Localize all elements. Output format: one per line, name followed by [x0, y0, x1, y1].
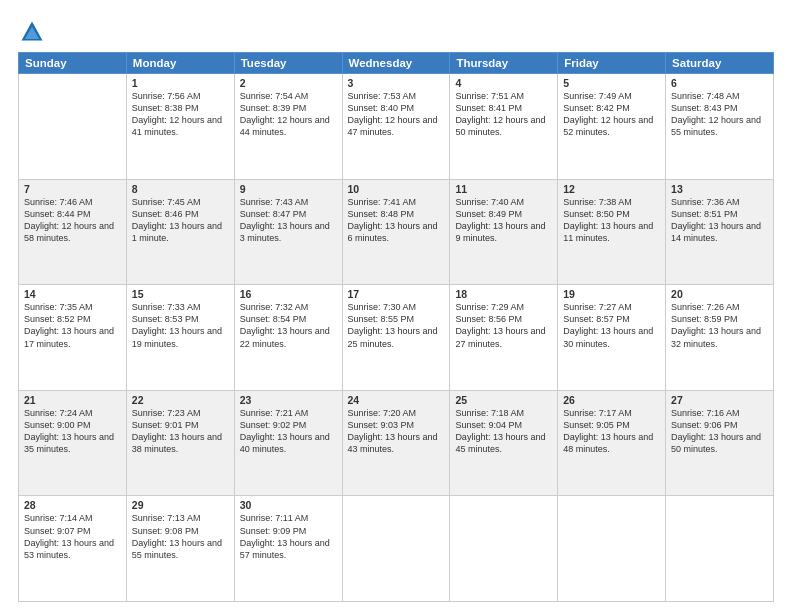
calendar-cell [19, 74, 127, 180]
calendar-cell [450, 496, 558, 602]
calendar-week-row: 28 Sunrise: 7:14 AMSunset: 9:07 PMDaylig… [19, 496, 774, 602]
day-number: 29 [132, 499, 229, 511]
logo-icon [18, 18, 46, 46]
day-number: 6 [671, 77, 768, 89]
day-number: 28 [24, 499, 121, 511]
page: SundayMondayTuesdayWednesdayThursdayFrid… [0, 0, 792, 612]
day-number: 24 [348, 394, 445, 406]
day-info: Sunrise: 7:26 AMSunset: 8:59 PMDaylight:… [671, 301, 768, 350]
weekday-header-friday: Friday [558, 53, 666, 74]
weekday-header-row: SundayMondayTuesdayWednesdayThursdayFrid… [19, 53, 774, 74]
calendar-cell: 13 Sunrise: 7:36 AMSunset: 8:51 PMDaylig… [666, 179, 774, 285]
day-info: Sunrise: 7:16 AMSunset: 9:06 PMDaylight:… [671, 407, 768, 456]
day-number: 14 [24, 288, 121, 300]
calendar-cell: 29 Sunrise: 7:13 AMSunset: 9:08 PMDaylig… [126, 496, 234, 602]
day-info: Sunrise: 7:53 AMSunset: 8:40 PMDaylight:… [348, 90, 445, 139]
calendar-cell: 8 Sunrise: 7:45 AMSunset: 8:46 PMDayligh… [126, 179, 234, 285]
calendar-cell: 25 Sunrise: 7:18 AMSunset: 9:04 PMDaylig… [450, 390, 558, 496]
day-info: Sunrise: 7:45 AMSunset: 8:46 PMDaylight:… [132, 196, 229, 245]
day-info: Sunrise: 7:33 AMSunset: 8:53 PMDaylight:… [132, 301, 229, 350]
day-info: Sunrise: 7:23 AMSunset: 9:01 PMDaylight:… [132, 407, 229, 456]
day-number: 25 [455, 394, 552, 406]
calendar-cell: 17 Sunrise: 7:30 AMSunset: 8:55 PMDaylig… [342, 285, 450, 391]
day-info: Sunrise: 7:27 AMSunset: 8:57 PMDaylight:… [563, 301, 660, 350]
calendar-cell [342, 496, 450, 602]
day-info: Sunrise: 7:40 AMSunset: 8:49 PMDaylight:… [455, 196, 552, 245]
calendar-cell: 16 Sunrise: 7:32 AMSunset: 8:54 PMDaylig… [234, 285, 342, 391]
calendar-cell: 18 Sunrise: 7:29 AMSunset: 8:56 PMDaylig… [450, 285, 558, 391]
day-number: 1 [132, 77, 229, 89]
calendar-cell: 24 Sunrise: 7:20 AMSunset: 9:03 PMDaylig… [342, 390, 450, 496]
calendar-cell: 7 Sunrise: 7:46 AMSunset: 8:44 PMDayligh… [19, 179, 127, 285]
day-info: Sunrise: 7:49 AMSunset: 8:42 PMDaylight:… [563, 90, 660, 139]
day-number: 9 [240, 183, 337, 195]
day-number: 20 [671, 288, 768, 300]
day-info: Sunrise: 7:43 AMSunset: 8:47 PMDaylight:… [240, 196, 337, 245]
day-number: 26 [563, 394, 660, 406]
calendar-cell: 28 Sunrise: 7:14 AMSunset: 9:07 PMDaylig… [19, 496, 127, 602]
day-info: Sunrise: 7:18 AMSunset: 9:04 PMDaylight:… [455, 407, 552, 456]
day-number: 22 [132, 394, 229, 406]
day-number: 21 [24, 394, 121, 406]
day-info: Sunrise: 7:35 AMSunset: 8:52 PMDaylight:… [24, 301, 121, 350]
day-info: Sunrise: 7:13 AMSunset: 9:08 PMDaylight:… [132, 512, 229, 561]
day-number: 12 [563, 183, 660, 195]
calendar-cell: 15 Sunrise: 7:33 AMSunset: 8:53 PMDaylig… [126, 285, 234, 391]
calendar-cell: 19 Sunrise: 7:27 AMSunset: 8:57 PMDaylig… [558, 285, 666, 391]
weekday-header-tuesday: Tuesday [234, 53, 342, 74]
calendar-cell: 4 Sunrise: 7:51 AMSunset: 8:41 PMDayligh… [450, 74, 558, 180]
day-info: Sunrise: 7:51 AMSunset: 8:41 PMDaylight:… [455, 90, 552, 139]
day-number: 2 [240, 77, 337, 89]
day-info: Sunrise: 7:24 AMSunset: 9:00 PMDaylight:… [24, 407, 121, 456]
calendar-cell: 23 Sunrise: 7:21 AMSunset: 9:02 PMDaylig… [234, 390, 342, 496]
calendar-cell: 20 Sunrise: 7:26 AMSunset: 8:59 PMDaylig… [666, 285, 774, 391]
calendar-week-row: 1 Sunrise: 7:56 AMSunset: 8:38 PMDayligh… [19, 74, 774, 180]
calendar-cell: 14 Sunrise: 7:35 AMSunset: 8:52 PMDaylig… [19, 285, 127, 391]
day-info: Sunrise: 7:54 AMSunset: 8:39 PMDaylight:… [240, 90, 337, 139]
weekday-header-saturday: Saturday [666, 53, 774, 74]
calendar-week-row: 7 Sunrise: 7:46 AMSunset: 8:44 PMDayligh… [19, 179, 774, 285]
calendar-cell [558, 496, 666, 602]
day-number: 5 [563, 77, 660, 89]
weekday-header-thursday: Thursday [450, 53, 558, 74]
day-number: 8 [132, 183, 229, 195]
calendar-table: SundayMondayTuesdayWednesdayThursdayFrid… [18, 52, 774, 602]
day-info: Sunrise: 7:11 AMSunset: 9:09 PMDaylight:… [240, 512, 337, 561]
day-number: 18 [455, 288, 552, 300]
day-info: Sunrise: 7:29 AMSunset: 8:56 PMDaylight:… [455, 301, 552, 350]
calendar-cell: 2 Sunrise: 7:54 AMSunset: 8:39 PMDayligh… [234, 74, 342, 180]
day-number: 3 [348, 77, 445, 89]
day-number: 13 [671, 183, 768, 195]
day-info: Sunrise: 7:36 AMSunset: 8:51 PMDaylight:… [671, 196, 768, 245]
day-number: 16 [240, 288, 337, 300]
calendar-cell: 9 Sunrise: 7:43 AMSunset: 8:47 PMDayligh… [234, 179, 342, 285]
weekday-header-sunday: Sunday [19, 53, 127, 74]
calendar-cell: 1 Sunrise: 7:56 AMSunset: 8:38 PMDayligh… [126, 74, 234, 180]
day-number: 10 [348, 183, 445, 195]
day-number: 11 [455, 183, 552, 195]
day-info: Sunrise: 7:48 AMSunset: 8:43 PMDaylight:… [671, 90, 768, 139]
day-number: 17 [348, 288, 445, 300]
day-info: Sunrise: 7:17 AMSunset: 9:05 PMDaylight:… [563, 407, 660, 456]
day-info: Sunrise: 7:46 AMSunset: 8:44 PMDaylight:… [24, 196, 121, 245]
day-info: Sunrise: 7:21 AMSunset: 9:02 PMDaylight:… [240, 407, 337, 456]
day-number: 15 [132, 288, 229, 300]
calendar-cell: 27 Sunrise: 7:16 AMSunset: 9:06 PMDaylig… [666, 390, 774, 496]
calendar-cell: 3 Sunrise: 7:53 AMSunset: 8:40 PMDayligh… [342, 74, 450, 180]
day-number: 23 [240, 394, 337, 406]
day-number: 19 [563, 288, 660, 300]
calendar-week-row: 21 Sunrise: 7:24 AMSunset: 9:00 PMDaylig… [19, 390, 774, 496]
calendar-cell: 6 Sunrise: 7:48 AMSunset: 8:43 PMDayligh… [666, 74, 774, 180]
calendar-cell: 22 Sunrise: 7:23 AMSunset: 9:01 PMDaylig… [126, 390, 234, 496]
weekday-header-monday: Monday [126, 53, 234, 74]
calendar-cell: 30 Sunrise: 7:11 AMSunset: 9:09 PMDaylig… [234, 496, 342, 602]
day-number: 27 [671, 394, 768, 406]
calendar-cell: 26 Sunrise: 7:17 AMSunset: 9:05 PMDaylig… [558, 390, 666, 496]
day-info: Sunrise: 7:32 AMSunset: 8:54 PMDaylight:… [240, 301, 337, 350]
day-number: 4 [455, 77, 552, 89]
day-info: Sunrise: 7:30 AMSunset: 8:55 PMDaylight:… [348, 301, 445, 350]
day-number: 7 [24, 183, 121, 195]
day-info: Sunrise: 7:56 AMSunset: 8:38 PMDaylight:… [132, 90, 229, 139]
day-info: Sunrise: 7:14 AMSunset: 9:07 PMDaylight:… [24, 512, 121, 561]
calendar-cell: 10 Sunrise: 7:41 AMSunset: 8:48 PMDaylig… [342, 179, 450, 285]
